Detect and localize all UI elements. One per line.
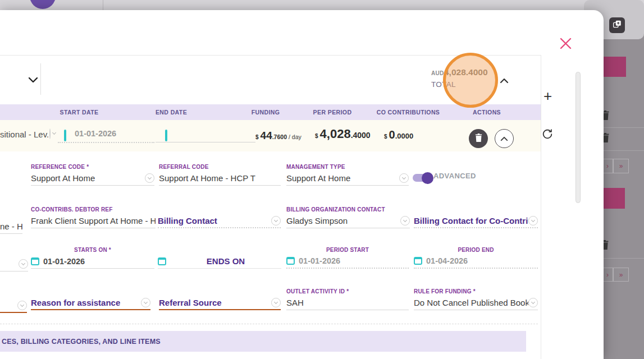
field-co-contribs-debtor-ref[interactable]: CO-CONTRIBS. DEBTOR REF Frank Client Sup… (31, 206, 156, 228)
field-label: BILLING ORGANIZATION CONTACT (286, 206, 385, 213)
chevron-down-icon[interactable] (528, 298, 538, 307)
background-top-bar (0, 0, 644, 10)
highlight-annotation-circle (443, 53, 498, 108)
collapse-total-icon[interactable] (500, 76, 509, 86)
field-ends-on[interactable]: ENDS ON (158, 247, 281, 269)
field-value: ne - HCP (0, 222, 22, 231)
field-reference-code[interactable]: REFERENCE CODE * Support At Home (31, 164, 154, 186)
field-label: REFERENCE CODE (31, 164, 85, 170)
calendar-icon (414, 257, 422, 265)
last-page-icon: » (619, 271, 623, 279)
field-placeholder: Reason for assistance (31, 298, 120, 307)
chevron-down-icon[interactable] (19, 259, 28, 269)
field-value: 01-04-2026 (426, 256, 468, 265)
currency-symbol: $ (255, 134, 259, 140)
add-icon[interactable]: + (543, 89, 552, 103)
next-page-icon: › (606, 271, 609, 279)
chevron-down-icon[interactable] (399, 173, 409, 183)
currency-code: AUD (431, 70, 444, 76)
pagination-last-button[interactable]: » (613, 159, 629, 173)
panel-right-border (541, 55, 541, 359)
chevron-down-icon[interactable] (141, 298, 150, 307)
page: › » › » AUD 4,028.4000 TOTAL START DATE … (0, 0, 644, 359)
per-period-major: 4,028 (320, 127, 351, 141)
field-placeholder: Billing Contact for Co-Contribu... (414, 216, 528, 225)
section-header-band: CES, BILLING CATEGORIES, AND LINE ITEMS (0, 331, 526, 352)
background-primary-button[interactable] (604, 188, 625, 209)
copy-plus-icon (612, 19, 622, 31)
field-billing-organization-contact[interactable]: BILLING ORGANIZATION CONTACT Gladys Simp… (286, 206, 410, 228)
field-placeholder: Billing Contact (158, 216, 217, 225)
advanced-toggle-label: ADVANCED (433, 172, 476, 180)
field-cut-off-left[interactable] (0, 291, 27, 313)
field-referral-source[interactable]: Referral Source (159, 288, 281, 310)
pagination-last-button[interactable]: » (613, 268, 629, 282)
field-period-end[interactable]: PERIOD END 01-04-2026 (414, 247, 538, 269)
chevron-down-icon[interactable] (400, 216, 410, 225)
column-header: PER PERIOD (313, 104, 352, 120)
chevron-down-icon[interactable] (17, 301, 27, 310)
refresh-icon[interactable] (541, 128, 554, 142)
field-period-start[interactable]: PERIOD START 01-01-2026 (286, 247, 409, 269)
field-rule-for-funding[interactable]: RULE FOR FUNDING * Do Not Cancel Publish… (414, 288, 538, 310)
background-primary-button[interactable] (604, 57, 626, 77)
funding-details-modal: AUD 4,028.4000 TOTAL START DATE END DATE… (0, 10, 604, 359)
field-label: MANAGEMENT TYPE (286, 164, 345, 170)
chevron-down-icon[interactable] (528, 216, 538, 225)
background-row-divider (599, 150, 644, 151)
top-bar-divider (103, 0, 103, 10)
field-referral-code[interactable]: REFERRAL CODE Support At Home - HCP T (159, 164, 281, 186)
field-cut-off-left[interactable] (0, 250, 28, 271)
field-management-type[interactable]: MANAGEMENT TYPE Support At Home (286, 164, 409, 186)
chevron-down-icon[interactable] (271, 298, 281, 307)
field-outlet-activity-id[interactable]: OUTLET ACTIVITY ID * SAH (286, 288, 409, 310)
field-value: 01-01-2026 (43, 257, 85, 266)
funding-minor: .7600 (272, 134, 287, 140)
duplicate-button[interactable] (609, 17, 625, 33)
funding-major: 44 (261, 130, 272, 142)
co-contrib-major: 0 (389, 128, 395, 141)
start-date-value[interactable]: 01-01-2026 (75, 129, 116, 138)
co-contrib-minor: .0000 (395, 132, 414, 140)
pagination-next-button[interactable]: › (602, 268, 613, 282)
chevron-down-icon[interactable] (145, 173, 154, 183)
chevron-down-icon[interactable] (28, 75, 38, 85)
toggle-knob (422, 172, 433, 184)
field-cut-off-left[interactable]: ne - HCP (0, 212, 22, 234)
section-dashed-border (0, 324, 538, 324)
field-label: PERIOD START (326, 247, 369, 253)
trash-icon (475, 134, 482, 144)
currency-symbol: $ (315, 133, 318, 139)
advanced-toggle[interactable] (413, 174, 432, 182)
chevron-up-icon (500, 134, 508, 144)
close-icon[interactable] (559, 36, 573, 53)
currency-symbol: $ (384, 134, 387, 140)
column-header: END DATE (156, 104, 187, 120)
required-marker: * (109, 247, 111, 253)
field-starts-on[interactable]: STARTS ON * 01-01-2026 (31, 247, 154, 269)
modal-scrollbar[interactable] (576, 72, 581, 203)
required-marker: * (86, 164, 89, 170)
end-date-underline (156, 142, 255, 142)
chevron-down-icon[interactable] (271, 216, 281, 225)
calendar-icon[interactable] (165, 130, 167, 141)
field-label: CO-CONTRIBS. DEBTOR REF (31, 206, 113, 213)
delete-row-button[interactable] (469, 129, 488, 148)
calendar-icon[interactable] (158, 257, 166, 265)
field-placeholder: Referral Source (159, 298, 222, 307)
field-billing-contact[interactable]: Billing Contact (158, 206, 281, 228)
field-billing-contact-co-contrib[interactable]: Billing Contact for Co-Contribu... (414, 206, 538, 228)
field-value: Support At Home (286, 173, 350, 183)
field-label: REFERRAL CODE (159, 164, 209, 170)
background-row-divider (599, 127, 644, 128)
calendar-icon[interactable] (64, 130, 66, 141)
pagination-next-button[interactable]: › (602, 159, 613, 173)
chevron-down-icon[interactable] (49, 128, 51, 139)
collapse-row-button[interactable] (495, 129, 514, 148)
field-label: RULE FOR FUNDING (414, 288, 472, 294)
funding-table-row: sitional - Lev... 01-01-2026 $ 44 .7600 … (0, 120, 541, 151)
required-marker: * (346, 288, 349, 294)
header-divider (40, 63, 41, 95)
calendar-icon[interactable] (31, 257, 39, 265)
field-reason-for-assistance[interactable]: Reason for assistance (31, 288, 150, 310)
